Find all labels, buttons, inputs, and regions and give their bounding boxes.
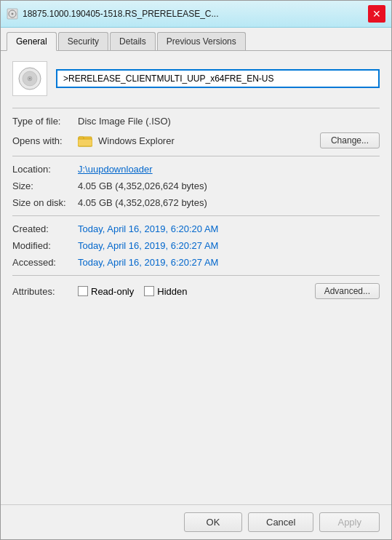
cancel-button[interactable]: Cancel [248, 512, 313, 532]
apply-button[interactable]: Apply [319, 512, 380, 532]
svg-point-6 [29, 78, 31, 79]
disc-icon [17, 65, 43, 92]
divider-2 [12, 156, 380, 156]
size-disk-value: 4.05 GB (4,352,028,672 bytes) [78, 197, 207, 208]
hidden-checkbox[interactable]: Hidden [144, 286, 187, 297]
title-bar-left: 18875.1000.190405-1518.RS_PRERELEASE_C..… [7, 8, 368, 20]
accessed-row: Accessed: Today, April 16, 2019, 6:20:27… [12, 257, 380, 268]
modified-row: Modified: Today, April 16, 2019, 6:20:27… [12, 240, 380, 251]
attributes-label: Attributes: [12, 286, 78, 297]
attributes-row: Attributes: Read-only Hidden Advanced... [12, 283, 380, 299]
tab-bar: General Security Details Previous Versio… [1, 28, 391, 51]
ok-button[interactable]: OK [184, 512, 242, 532]
created-label: Created: [12, 223, 78, 234]
location-label: Location: [12, 164, 78, 175]
divider-1 [12, 108, 380, 108]
title-bar: 18875.1000.190405-1518.RS_PRERELEASE_C..… [1, 1, 391, 28]
size-value: 4.05 GB (4,352,026,624 bytes) [78, 180, 207, 191]
footer: OK Cancel Apply [1, 504, 391, 539]
size-disk-label: Size on disk: [12, 197, 78, 208]
tab-security[interactable]: Security [58, 32, 108, 50]
readonly-checkbox-box[interactable] [78, 286, 88, 296]
properties-window: 18875.1000.190405-1518.RS_PRERELEASE_C..… [0, 0, 392, 540]
type-row: Type of file: Disc Image File (.ISO) [12, 116, 380, 127]
opens-with-row: Opens with: Windows Explorer Change... [12, 132, 380, 148]
accessed-value: Today, April 16, 2019, 6:20:27 AM [78, 257, 218, 268]
hidden-checkbox-box[interactable] [144, 286, 154, 296]
created-row: Created: Today, April 16, 2019, 6:20:20 … [12, 223, 380, 234]
location-row: Location: J:\uupdownloader [12, 164, 380, 175]
readonly-label: Read-only [91, 286, 134, 297]
readonly-checkbox[interactable]: Read-only [78, 286, 134, 297]
tab-content: >RERELEASE_CLIENTMULTI_UUP_x64FRE_EN-US … [1, 51, 391, 504]
modified-label: Modified: [12, 240, 78, 251]
location-value[interactable]: J:\uupdownloader [78, 164, 153, 175]
tab-general[interactable]: General [7, 32, 57, 51]
file-name: >RERELEASE_CLIENTMULTI_UUP_x64FRE_EN-US [56, 69, 380, 88]
divider-3 [12, 215, 380, 216]
attributes-content: Read-only Hidden [78, 286, 315, 297]
opens-label: Opens with: [12, 135, 78, 146]
tab-details[interactable]: Details [110, 32, 156, 50]
explorer-icon [78, 133, 92, 148]
file-icon-container [12, 61, 47, 96]
svg-point-2 [12, 13, 14, 15]
created-value: Today, April 16, 2019, 6:20:20 AM [78, 223, 218, 234]
size-disk-row: Size on disk: 4.05 GB (4,352,028,672 byt… [12, 197, 380, 208]
file-header: >RERELEASE_CLIENTMULTI_UUP_x64FRE_EN-US [12, 61, 380, 96]
accessed-label: Accessed: [12, 257, 78, 268]
hidden-label: Hidden [157, 286, 187, 297]
title-file-icon [7, 8, 18, 20]
modified-value: Today, April 16, 2019, 6:20:27 AM [78, 240, 218, 251]
divider-4 [12, 275, 380, 276]
size-label: Size: [12, 180, 78, 191]
type-label: Type of file: [12, 116, 78, 127]
opens-app: Windows Explorer [98, 135, 175, 146]
size-row: Size: 4.05 GB (4,352,026,624 bytes) [12, 180, 380, 191]
svg-rect-9 [78, 139, 92, 146]
window-title: 18875.1000.190405-1518.RS_PRERELEASE_C..… [23, 9, 219, 19]
tab-previous-versions[interactable]: Previous Versions [157, 32, 246, 50]
type-value: Disc Image File (.ISO) [78, 116, 171, 127]
opens-with-content: Windows Explorer [78, 133, 320, 148]
advanced-button[interactable]: Advanced... [315, 283, 380, 299]
close-button[interactable]: ✕ [368, 5, 385, 23]
change-button[interactable]: Change... [320, 132, 380, 148]
